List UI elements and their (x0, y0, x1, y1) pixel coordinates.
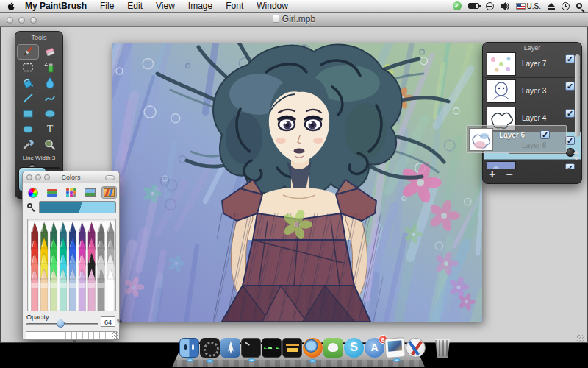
layer-drag-ghost[interactable]: Layer 6 ✓ (466, 125, 567, 153)
crayons-icon (104, 188, 115, 197)
dock-activity-monitor-icon[interactable] (262, 338, 282, 358)
layer-name: Layer 4 (522, 114, 546, 122)
running-indicator (309, 359, 317, 363)
menu-image[interactable]: Image (182, 0, 219, 13)
input-source-label: U.S. (527, 2, 541, 10)
layers-panel: Layer Layer 7 ✓ Layer 3 ✓ Layer 4 ✓ Laye… (482, 42, 582, 184)
opacity-label: Opacity (26, 314, 49, 321)
palette-icon (66, 188, 76, 197)
text-tool[interactable]: T (39, 121, 61, 137)
opacity-value-field[interactable]: 64 (101, 316, 115, 327)
opacity-percent-sign: % (117, 318, 122, 325)
menu-file[interactable]: File (93, 0, 121, 13)
drawing-canvas[interactable] (112, 43, 482, 322)
dock-terminal-icon[interactable] (241, 338, 261, 358)
colors-panel: Colors Opacity 64 % (22, 171, 120, 340)
eraser-tool[interactable] (39, 44, 61, 60)
ghost-thumbnail (469, 128, 493, 151)
running-indicator (248, 358, 256, 362)
dock-photos-icon[interactable] (384, 337, 406, 358)
clock-icon[interactable] (562, 2, 570, 10)
colors-panel-titlebar[interactable]: Colors (23, 171, 119, 183)
menu-font[interactable]: Font (219, 0, 250, 13)
current-color-swatch[interactable] (39, 201, 116, 213)
dock-finder-icon[interactable] (179, 338, 199, 358)
ghost-visibility-checkbox: ✓ (540, 130, 550, 139)
color-palettes-mode-button[interactable] (63, 186, 79, 199)
menu-edit[interactable]: Edit (121, 0, 149, 13)
crayons-mode-button[interactable] (101, 186, 117, 199)
dock-clock-app-icon[interactable] (282, 338, 302, 358)
image-palettes-mode-button[interactable] (82, 186, 98, 199)
running-indicator (186, 358, 194, 362)
scroll-up-icon[interactable] (573, 150, 579, 154)
dock-trash-icon[interactable] (434, 339, 451, 358)
ghost-layer-name: Layer 6 (499, 131, 525, 139)
color-search-icon[interactable] (27, 203, 32, 208)
battery-icon[interactable] (468, 3, 479, 9)
dock-gear-app-icon[interactable] (200, 338, 220, 358)
brush-tool[interactable] (17, 44, 39, 60)
spotlight-icon[interactable] (576, 3, 582, 9)
menu-app-name[interactable]: My PaintBrush (18, 0, 93, 13)
layer-name: Layer 7 (522, 60, 546, 68)
spray-tool[interactable] (39, 60, 61, 75)
apple-menu-icon[interactable] (6, 1, 15, 11)
menu-view[interactable]: View (149, 0, 182, 13)
dock: S A6 (179, 338, 451, 358)
color-sliders-mode-button[interactable] (44, 186, 60, 199)
layer-7-visibility-checkbox[interactable]: ✓ (565, 54, 575, 63)
menu-bar: My PaintBrush File Edit View Image Font … (0, 0, 588, 13)
sliders-icon (47, 188, 57, 197)
colors-toolbar-toggle[interactable] (105, 175, 115, 180)
swatch-strip-handle[interactable] (73, 340, 76, 342)
color-wheel-mode-button[interactable] (25, 186, 40, 199)
window-resize-grip[interactable] (577, 335, 584, 342)
colors-mode-toolbar (23, 183, 119, 200)
layer-row-3[interactable]: Layer 3 ✓ (484, 78, 581, 105)
wrench-tool[interactable] (17, 137, 39, 152)
curve-tool[interactable] (39, 91, 61, 106)
line-tool[interactable] (17, 91, 39, 106)
layers-scrollbar[interactable] (575, 54, 580, 137)
running-indicator (206, 359, 214, 363)
rectangle-tool[interactable] (17, 106, 39, 121)
dock-utility-app-icon[interactable] (220, 338, 240, 358)
volume-icon[interactable] (501, 2, 509, 10)
zoom-tool[interactable] (39, 137, 61, 152)
dock-skype-icon[interactable]: S (344, 338, 364, 358)
dock-firefox-icon[interactable] (303, 338, 323, 358)
layers-scroll-arrows[interactable] (572, 149, 581, 166)
ellipse-tool[interactable] (39, 106, 61, 121)
window-titlebar[interactable]: Girl.mpb (0, 13, 588, 27)
opacity-slider-knob[interactable] (57, 319, 65, 328)
rounded-rect-tool[interactable] (17, 121, 39, 137)
color-wheel-icon (28, 188, 38, 198)
eject-icon[interactable] (548, 3, 555, 7)
line-width-label: Line Width:3 (15, 155, 62, 161)
document-icon (273, 15, 279, 23)
layer-4-visibility-checkbox[interactable]: ✓ (565, 109, 575, 118)
dock-paintbrush-app-icon[interactable] (406, 338, 426, 358)
fill-tool[interactable] (17, 75, 39, 91)
layer-3-thumbnail (487, 79, 516, 103)
water-drop-tool[interactable] (39, 75, 61, 91)
dock-evernote-icon[interactable] (323, 338, 343, 358)
menu-window[interactable]: Window (250, 0, 295, 13)
add-layer-button[interactable]: + (489, 168, 495, 181)
select-tool[interactable] (17, 60, 39, 75)
tools-palette-title: Tools (15, 32, 62, 41)
layer-row-7[interactable]: Layer 7 ✓ (484, 51, 581, 78)
image-palette-icon (85, 188, 96, 197)
remove-layer-button[interactable]: − (506, 168, 512, 181)
dock-appstore-icon[interactable]: A6 (365, 338, 384, 358)
status-check-icon[interactable]: ✓ (453, 1, 462, 10)
input-source-menu[interactable]: U.S. (516, 2, 541, 10)
scroll-down-icon[interactable] (573, 157, 579, 160)
saved-swatches-strip[interactable] (26, 331, 117, 339)
universal-access-icon[interactable] (486, 2, 494, 10)
colors-resize-grip[interactable] (112, 332, 118, 339)
layer-name: Layer 3 (522, 87, 546, 95)
crayon-picker[interactable] (27, 219, 116, 311)
layer-3-visibility-checkbox[interactable]: ✓ (565, 82, 575, 91)
